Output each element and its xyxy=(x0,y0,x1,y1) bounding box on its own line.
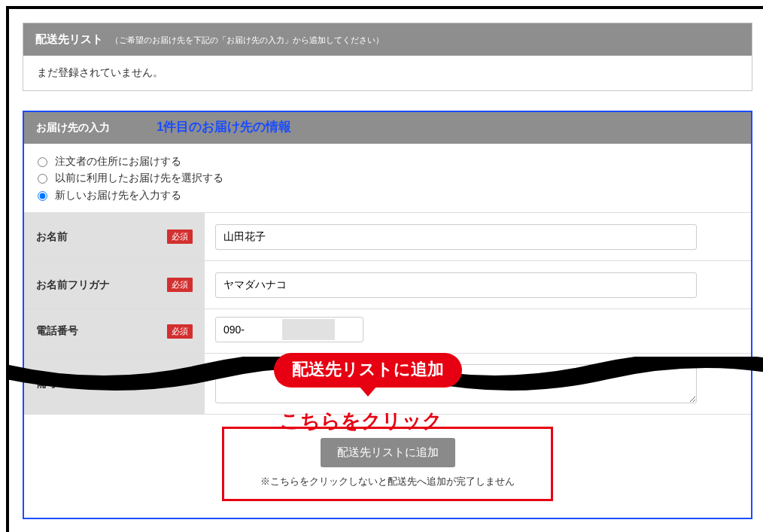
label-name-kana: お名前フリガナ 必須 xyxy=(24,261,205,309)
required-badge: 必須 xyxy=(167,230,193,244)
label-name: お名前 必須 xyxy=(24,213,205,260)
radio-group: 注文者の住所にお届けする 以前に利用したお届け先を選択する 新しいお届け先を入力… xyxy=(24,144,751,212)
entry-header: お届け先の入力 1件目のお届け先の情報 xyxy=(24,112,751,144)
row-name: お名前 必須 xyxy=(24,212,751,260)
radio-previous-address-input[interactable] xyxy=(38,174,47,184)
entry-title: お届け先の入力 xyxy=(36,121,110,133)
radio-orderer-address-input[interactable] xyxy=(38,157,47,167)
callout-click-text: こちらをクリック xyxy=(280,408,442,434)
delivery-list-panel: 配送先リスト （ご希望のお届け先を下記の「お届け先の入力」から追加してください）… xyxy=(23,23,752,91)
add-to-delivery-list-button[interactable]: 配送先リストに追加 xyxy=(321,438,455,467)
radio-new-address-input[interactable] xyxy=(38,191,47,201)
red-highlight-box: 配送先リストに追加 ※こちらをクリックしないと配送先へ追加が完了しません xyxy=(222,427,553,501)
outer-frame: 配送先リスト （ご希望のお届け先を下記の「お届け先の入力」から追加してください）… xyxy=(6,6,763,532)
input-name-kana[interactable] xyxy=(215,272,697,298)
delivery-list-title: 配送先リスト xyxy=(35,32,103,47)
radio-orderer-address[interactable]: 注文者の住所にお届けする xyxy=(38,153,737,169)
input-phone[interactable] xyxy=(215,317,363,342)
submit-note: ※こちらをクリックしないと配送先へ追加が完了しません xyxy=(260,475,515,488)
required-badge: 必須 xyxy=(167,278,193,292)
row-name-kana: お名前フリガナ 必須 xyxy=(24,260,751,309)
delivery-list-header: 配送先リスト （ご希望のお届け先を下記の「お届け先の入力」から追加してください） xyxy=(23,23,752,56)
annotation-first-entry: 1件目のお届け先の情報 xyxy=(157,118,291,135)
radio-previous-address[interactable]: 以前に利用したお届け先を選択する xyxy=(38,169,737,186)
row-phone: 電話番号 必須 xyxy=(24,309,751,353)
input-name[interactable] xyxy=(215,224,697,250)
label-note: 備考 xyxy=(24,354,205,414)
required-badge: 必須 xyxy=(167,324,193,339)
delivery-list-subtitle: （ご希望のお届け先を下記の「お届け先の入力」から追加してください） xyxy=(111,35,384,46)
delivery-list-empty: まだ登録されていません。 xyxy=(23,56,752,90)
radio-new-address[interactable]: 新しいお届け先を入力する xyxy=(38,187,737,203)
entry-panel: お届け先の入力 1件目のお届け先の情報 注文者の住所にお届けする 以前に利用した… xyxy=(23,111,752,519)
callout-bubble: 配送先リストに追加 xyxy=(274,353,462,388)
label-phone: 電話番号 必須 xyxy=(24,309,205,353)
